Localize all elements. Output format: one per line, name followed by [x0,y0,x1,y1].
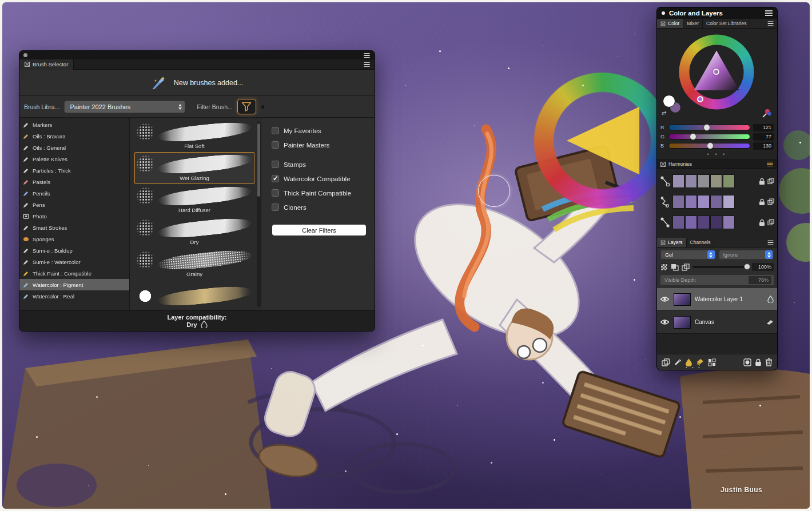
collapse-arrow-icon[interactable] [261,105,264,109]
brush-variant-item[interactable] [134,280,254,310]
lock-icon[interactable] [759,219,765,226]
harmony-swatch[interactable] [685,174,697,188]
filter-stamps[interactable]: Stamps [272,157,367,171]
filter-cloners[interactable]: Cloners [272,200,367,214]
copy-harmony-icon[interactable] [767,219,774,226]
checkbox[interactable] [272,141,279,149]
green-slider[interactable] [668,134,750,139]
brush-category-item[interactable]: Sumi-e : Watercolor [19,256,129,268]
panel-menu-icon[interactable] [364,53,369,58]
tab-brush-selector[interactable]: Brush Selector [19,59,74,70]
harmony-swatch[interactable] [672,215,684,229]
brush-category-item[interactable]: Pens [19,199,129,210]
copy-harmony-icon[interactable] [767,178,774,185]
visibility-eye-icon[interactable] [660,296,670,302]
checkbox[interactable] [272,127,279,134]
hue-knob[interactable] [697,96,703,102]
delete-layer-icon[interactable] [765,358,773,366]
tab-color-set-libraries[interactable]: Color Set Libraries [703,19,750,28]
brush-category-item[interactable]: Thick Paint : Compatible [19,268,129,279]
lock-icon[interactable] [759,198,765,206]
red-slider[interactable] [668,125,750,130]
new-layer-mask-icon[interactable] [743,358,751,366]
harmony-row[interactable] [660,193,774,210]
close-tab-icon[interactable] [660,162,666,167]
layer-group-icon[interactable] [708,358,716,366]
panel-dot-icon[interactable] [662,11,665,15]
brush-library-dropdown[interactable]: Painter 2022 Brushes [64,101,185,113]
brush-category-item[interactable]: Photo [19,210,129,222]
tab-mixer[interactable]: Mixer [683,19,703,28]
harmony-swatch[interactable] [685,215,697,229]
slider-knob[interactable] [703,124,710,131]
checkbox[interactable] [272,203,279,211]
brush-variant-item[interactable]: Wet Glazing [134,152,254,184]
tab-menu-icon[interactable] [768,21,774,26]
scrollbar-thumb[interactable] [257,123,260,197]
slider-knob[interactable] [744,264,750,270]
visibility-eye-icon[interactable] [660,319,670,325]
brush-category-item[interactable]: Watercolor : Real [19,290,129,302]
layer-row[interactable]: Canvas [657,311,777,334]
window-dot-icon[interactable] [23,53,27,57]
opacity-value[interactable]: 100% [752,263,774,271]
composite-method-dropdown[interactable]: Gel [660,250,716,260]
brush-variant-item[interactable]: Dry [134,216,254,248]
lock-icon[interactable] [759,178,765,185]
checkbox[interactable] [272,161,279,168]
main-color-swatch[interactable] [663,95,675,107]
filter-brushes-button[interactable] [237,99,256,114]
copy-harmony-icon[interactable] [767,198,774,205]
harmony-swatch[interactable] [723,215,735,229]
swap-colors-icon[interactable]: ⇄ [662,110,666,116]
brush-variant-item[interactable]: Grainy [134,248,254,280]
harmony-swatch[interactable] [685,195,697,209]
brush-category-item[interactable]: Watercolor : Pigment [19,279,129,290]
tab-channels[interactable]: Channels [687,238,715,247]
brush-category-item[interactable]: Particles : Thick [19,165,129,176]
sv-knob[interactable] [713,69,719,75]
tab-color[interactable]: Color [657,19,683,28]
brush-category-item[interactable]: Oils : General [19,142,129,153]
tab-layers[interactable]: Layers [657,238,687,247]
harmonies-menu-icon[interactable] [767,162,773,166]
harmony-swatch[interactable] [710,215,722,229]
harmonies-header[interactable]: Harmonies [657,159,777,169]
green-value[interactable]: 77 [753,133,774,141]
color-sample-icon[interactable] [761,107,771,120]
slider-knob[interactable] [690,133,696,140]
close-tab-icon[interactable] [661,240,666,245]
harmony-swatch[interactable] [710,195,722,209]
brush-variant-item[interactable]: Flat Soft [134,120,254,152]
harmony-swatch[interactable] [672,195,684,209]
composite-depth-dropdown[interactable]: Ignore [719,250,774,260]
toolbar-dots[interactable]: • • • [686,365,702,370]
preserve-transparency-icon[interactable] [660,264,668,271]
tab-menu-icon[interactable] [768,240,774,245]
brush-category-item[interactable]: Smart Strokes [19,222,129,233]
filter-thick-paint-compatible[interactable]: Thick Paint Compatible [272,186,367,200]
checkbox[interactable] [272,175,279,182]
layer-row[interactable]: Watercolor Layer 1 [657,288,777,311]
brush-category-item[interactable]: Oils : Bravura [19,130,129,142]
brush-selector-titlebar[interactable] [19,51,375,59]
brush-variant-item[interactable]: Hard Diffuser [134,184,254,216]
panel-resize-dots[interactable]: • • • [657,150,777,159]
filter-painter-masters[interactable]: Painter Masters [272,138,367,152]
close-tab-icon[interactable] [661,21,666,26]
lock-layer-icon[interactable] [755,358,762,366]
brush-category-item[interactable]: Pencils [19,187,129,199]
brush-category-item[interactable]: Sponges [19,233,129,245]
harmony-swatch[interactable] [698,174,710,188]
harmony-swatch[interactable] [723,195,735,209]
harmony-swatch[interactable] [698,215,710,229]
brush-category-item[interactable]: Markers [19,119,129,130]
brush-category-item[interactable]: Palette Knives [19,153,129,165]
clear-filters-button[interactable]: Clear Filters [272,225,366,235]
harmony-row[interactable] [660,173,774,190]
new-dynamic-layer-icon[interactable] [674,358,682,366]
pick-up-underlying-icon[interactable] [682,264,690,271]
blue-value[interactable]: 130 [753,142,774,150]
harmony-swatch[interactable] [672,174,684,188]
color-layers-titlebar[interactable]: Color and Layers [657,7,777,19]
